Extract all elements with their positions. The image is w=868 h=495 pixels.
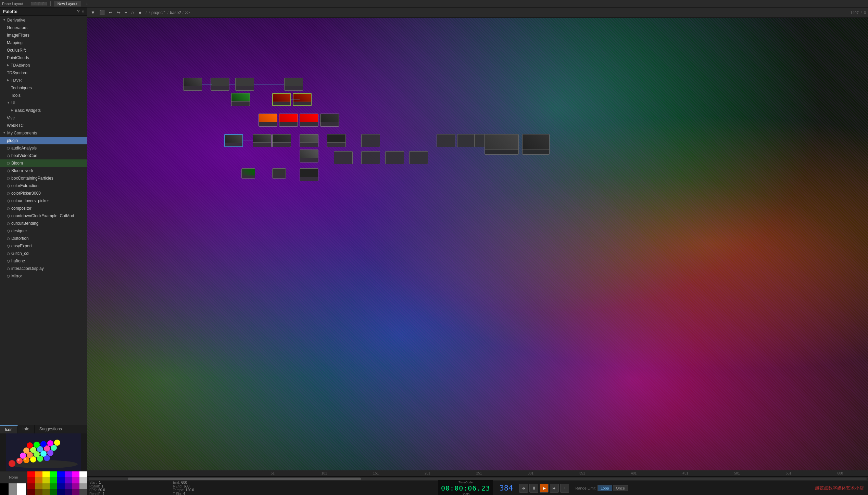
node[interactable]: [327, 134, 346, 147]
node-sm[interactable]: [241, 168, 255, 179]
tab-icon[interactable]: Icon: [0, 425, 18, 433]
color-swatch[interactable]: [72, 471, 80, 477]
tree-plugin[interactable]: plugin: [0, 137, 87, 144]
tree-generators[interactable]: Generators: [0, 24, 87, 31]
tree-tools[interactable]: Tools: [0, 92, 87, 99]
once-btn[interactable]: Once: [613, 485, 628, 491]
swatch-black[interactable]: [0, 483, 9, 495]
tree-oculusrift[interactable]: OculusRift: [0, 47, 87, 54]
toolbar-plus-btn[interactable]: +: [123, 9, 129, 16]
node[interactable]: [409, 151, 428, 164]
palette-close-btn[interactable]: ×: [81, 9, 84, 14]
scroll-thumb[interactable]: [128, 478, 361, 480]
tree-vive[interactable]: Vive: [0, 114, 87, 122]
node-selected[interactable]: [224, 134, 243, 147]
tree-colorpicker[interactable]: ⬡ colorPicker3000: [0, 190, 87, 197]
tree-beatvideocue[interactable]: ⬡ beatVideoCue: [0, 152, 87, 159]
color-swatch[interactable]: [72, 477, 80, 483]
toolbar-redo-btn[interactable]: ↪: [115, 9, 122, 16]
toolbar-back-btn[interactable]: ▼: [89, 9, 97, 16]
tree-haftone[interactable]: ⬡ haftone: [0, 257, 87, 265]
node[interactable]: [231, 93, 250, 106]
node[interactable]: [320, 114, 339, 127]
color-swatch[interactable]: [65, 471, 72, 477]
tree-designer[interactable]: ⬡ designer: [0, 227, 87, 235]
color-swatch[interactable]: [57, 477, 65, 483]
node[interactable]: [259, 114, 277, 127]
color-swatch[interactable]: [35, 483, 42, 489]
node[interactable]: [437, 134, 455, 147]
color-swatch[interactable]: [79, 489, 87, 495]
color-swatch[interactable]: [50, 489, 57, 495]
color-swatch[interactable]: [42, 471, 50, 477]
color-swatch[interactable]: [35, 471, 42, 477]
color-swatch[interactable]: [27, 471, 35, 477]
tree-easyexport[interactable]: ⬡ easyExport: [0, 242, 87, 250]
tree-colorextraction[interactable]: ⬡ colorExtraction: [0, 182, 87, 190]
tree-basicwidgets[interactable]: ▶ Basic Widgets: [0, 107, 87, 114]
play-btn[interactable]: ▶: [540, 484, 549, 493]
node[interactable]: [235, 78, 254, 91]
tree-webrtc[interactable]: WebRTC: [0, 122, 87, 129]
color-swatch[interactable]: [27, 477, 35, 483]
color-swatch[interactable]: [57, 489, 65, 495]
color-swatch[interactable]: [57, 483, 65, 489]
node[interactable]: [284, 78, 303, 91]
node[interactable]: [385, 151, 404, 164]
node[interactable]: [300, 149, 318, 162]
color-swatch[interactable]: [65, 477, 72, 483]
timeline-scroll[interactable]: [87, 477, 868, 481]
node[interactable]: [211, 78, 229, 91]
node[interactable]: [272, 134, 291, 147]
color-swatch[interactable]: [35, 489, 42, 495]
tree-distortion[interactable]: ⬡ Distortion: [0, 235, 87, 242]
color-swatch[interactable]: [79, 471, 87, 477]
loop-btn[interactable]: Loop: [597, 485, 612, 491]
palette-help-btn[interactable]: ?: [77, 9, 79, 14]
node[interactable]: [183, 78, 202, 91]
color-swatch[interactable]: [65, 483, 72, 489]
tree-imagefilters[interactable]: ImageFilters: [0, 31, 87, 39]
tree-pointclouds[interactable]: PointClouds: [0, 54, 87, 62]
tab-add[interactable]: +: [83, 0, 91, 7]
node[interactable]: [361, 151, 380, 164]
tree-ui[interactable]: ▼ UI: [0, 99, 87, 107]
node[interactable]: [457, 134, 476, 147]
color-swatch[interactable]: [27, 489, 35, 495]
tree-colour-lovers[interactable]: ⬡ colour_lovers_picker: [0, 197, 87, 205]
color-swatch[interactable]: [35, 477, 42, 483]
node-large[interactable]: [522, 134, 550, 155]
color-swatch[interactable]: [27, 483, 35, 489]
tree-compositor[interactable]: ⬡ compositor: [0, 205, 87, 212]
breadcrumb-base2[interactable]: base2: [170, 10, 181, 15]
color-swatch[interactable]: [50, 471, 57, 477]
node[interactable]: [361, 134, 380, 147]
tree-audioanalysis[interactable]: ⬡ audioAnalysis: [0, 144, 87, 152]
tree-mirror[interactable]: ⬡ Mirror: [0, 272, 87, 280]
color-swatch[interactable]: [42, 483, 50, 489]
tree-tdvr[interactable]: ▶ TDVR: [0, 77, 87, 84]
color-swatch[interactable]: [50, 483, 57, 489]
tab-new-layout[interactable]: New Layout: [54, 1, 81, 6]
toolbar-home-btn[interactable]: ⌂: [130, 9, 135, 16]
breadcrumb-more[interactable]: >>: [185, 10, 190, 15]
tree-interactiondisplay[interactable]: ⬡ interactionDisplay: [0, 265, 87, 272]
swatch-gray[interactable]: [9, 483, 17, 495]
node[interactable]: [334, 151, 353, 164]
node-sm[interactable]: [272, 168, 286, 179]
tree-countdown[interactable]: ⬡ countdownClockExample_CutMod: [0, 212, 87, 220]
toolbar-star-btn[interactable]: ★: [137, 9, 143, 16]
node-active[interactable]: [272, 93, 291, 106]
node[interactable]: [300, 134, 318, 147]
node[interactable]: [253, 134, 272, 147]
tab-info[interactable]: Info: [18, 425, 35, 433]
scroll-track[interactable]: [89, 478, 867, 480]
tree-techniques[interactable]: Techniques: [0, 84, 87, 92]
pane-layout-label[interactable]: Pane Layout: [2, 2, 23, 6]
node-large[interactable]: [485, 134, 519, 155]
color-swatch[interactable]: [79, 477, 87, 483]
plus-btn[interactable]: +: [560, 484, 569, 493]
color-swatch[interactable]: [42, 477, 50, 483]
node-active[interactable]: [293, 93, 312, 106]
node[interactable]: [279, 114, 298, 127]
